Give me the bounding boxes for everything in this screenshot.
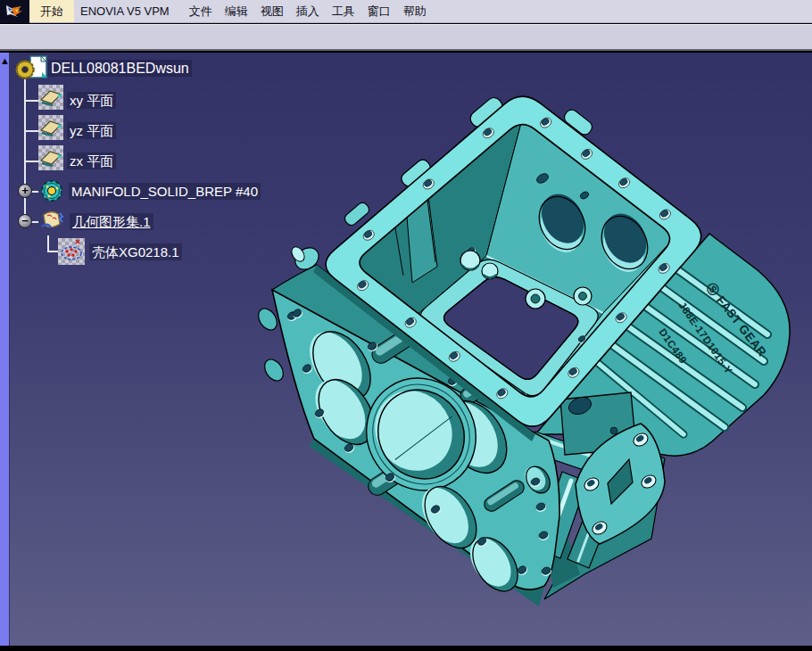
tree-branch-line [24,100,38,102]
menu-item-file[interactable]: 文件 [183,0,219,22]
tree-node-yz-plane[interactable]: yz 平面 [67,122,116,139]
tree-scrollbar[interactable]: ▲ [0,53,10,648]
catia-logo-glyph [4,3,27,21]
menu-item-view[interactable]: 视图 [254,0,290,22]
tree-branch-line [24,130,38,132]
point-cloud-icon[interactable] [58,238,85,265]
menu-item-insert[interactable]: 插入 [290,0,326,22]
geometrical-set-icon[interactable] [38,208,65,238]
catia-window: 开始 ENOVIA V5 VPM 文件 编辑 视图 插入 工具 窗口 帮助 [0,0,812,651]
menu-item-window[interactable]: 窗口 [361,0,397,22]
app-logo-icon [0,0,29,23]
menu-item-start[interactable]: 开始 [29,0,74,22]
toolbar-strip [0,24,812,51]
tree-node-shell-body[interactable]: 壳体XG0218.1 [89,243,182,260]
plane-icon[interactable] [38,145,63,170]
solid-gear-icon[interactable] [38,177,65,208]
menu-item-help[interactable]: 帮助 [397,0,433,22]
tree-node-manifold-solid-brep[interactable]: MANIFOLD_SOLID_BREP #40 [69,183,261,200]
menu-item-tools[interactable]: 工具 [326,0,361,22]
expand-plus-control[interactable]: + [18,184,32,198]
tree-branch-line [24,161,38,162]
window-bottom-edge [0,646,812,648]
plane-icon[interactable] [38,85,63,110]
gearbox-housing-model[interactable]: Ⓢ FAST GEAR J88E-17D1015-Y D1C489 [0,53,812,648]
menu-item-edit[interactable]: 编辑 [219,0,254,22]
part-document-icon[interactable] [12,54,48,85]
tree-node-xy-plane[interactable]: xy 平面 [67,92,116,109]
left-boss [261,356,286,384]
tree-node-root[interactable]: DELL08081BEDwsun [48,60,192,77]
menu-item-workbench[interactable]: ENOVIA V5 VPM [74,0,176,22]
tree-node-zx-plane[interactable]: zx 平面 [67,152,116,169]
tree-node-geometrical-set[interactable]: 几何图形集.1 [70,213,153,230]
plane-icon[interactable] [38,115,63,140]
viewport-3d[interactable]: Ⓢ FAST GEAR J88E-17D1015-Y D1C489 [0,53,812,648]
scroll-up-arrow-icon[interactable]: ▲ [0,55,10,66]
collapse-minus-control[interactable]: − [18,214,32,228]
menu-bar: 开始 ENOVIA V5 VPM 文件 编辑 视图 插入 工具 窗口 帮助 [0,0,812,23]
